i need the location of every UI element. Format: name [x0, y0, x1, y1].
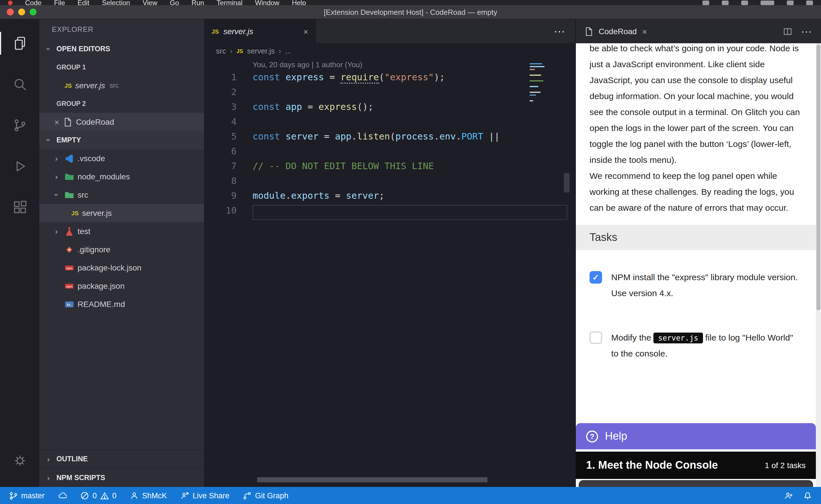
live-share-button[interactable]: Live Share	[181, 491, 230, 500]
group-label: GROUP 2	[56, 100, 86, 107]
task-checkbox[interactable]	[589, 271, 602, 284]
svg-text:M↓: M↓	[67, 302, 72, 307]
outline-section[interactable]: OUTLINE	[39, 449, 204, 468]
horizontal-scrollbar[interactable]	[257, 477, 487, 482]
tree-label: src	[77, 190, 88, 199]
lesson-footer[interactable]: 1. Meet the Node Console 1 of 2 tasks	[576, 452, 816, 479]
zoom-window-button[interactable]	[30, 9, 36, 15]
chevron-right-icon	[44, 454, 53, 464]
panel-scrollbar[interactable]	[816, 43, 821, 487]
editor-scrollbar-thumb[interactable]	[564, 173, 569, 192]
menu-view[interactable]: View	[142, 0, 157, 5]
open-editor-coderoad[interactable]: CodeRoad	[39, 113, 204, 131]
help-button[interactable]: Help	[576, 423, 816, 449]
tree-item-serverjs[interactable]: server.js	[39, 204, 204, 222]
git-branch-status[interactable]: master	[9, 491, 45, 500]
git-graph-icon	[243, 491, 252, 500]
tree-item-package-json[interactable]: npm package.json	[39, 277, 204, 295]
extensions-icon[interactable]	[0, 187, 39, 228]
cloud-icon	[58, 491, 67, 500]
breadcrumb-file[interactable]: server.js	[247, 46, 275, 55]
menubar-status-icon	[703, 0, 709, 5]
error-icon	[81, 491, 89, 500]
invite-person-icon[interactable]	[785, 491, 793, 500]
menubar-battery-icon	[761, 0, 774, 5]
tree-label: README.md	[77, 300, 125, 309]
close-tab-icon[interactable]	[642, 26, 647, 36]
tree-item-vscode[interactable]: .vscode	[39, 149, 204, 167]
task-item: NPM install the "express" library module…	[589, 269, 802, 301]
tree-item-readme[interactable]: M↓ README.md	[39, 295, 204, 313]
js-icon	[236, 48, 243, 54]
menu-help[interactable]: Help	[292, 0, 306, 5]
gitlens-blame-lens[interactable]: You, 20 days ago | 1 author (You)	[205, 58, 575, 72]
menu-edit[interactable]: Edit	[77, 0, 89, 5]
git-graph-button[interactable]: Git Graph	[243, 491, 289, 500]
menu-file[interactable]: File	[54, 0, 65, 5]
tab-serverjs[interactable]: server.js	[205, 19, 316, 43]
open-editor-serverjs[interactable]: server.js src	[39, 76, 204, 95]
menu-code[interactable]: Code	[25, 0, 41, 5]
close-tab-icon[interactable]	[303, 26, 309, 36]
window-controls	[7, 9, 36, 15]
breadcrumb-src[interactable]: src	[216, 46, 226, 55]
editor-tabbar: server.js	[205, 19, 575, 43]
menu-window[interactable]: Window	[255, 0, 279, 5]
tree-item-gitignore[interactable]: .gitignore	[39, 240, 204, 259]
question-icon	[586, 430, 598, 442]
menu-run[interactable]: Run	[191, 0, 204, 5]
account-name: ShMcK	[142, 491, 167, 500]
titlebar: [Extension Development Host] - CodeRoad …	[0, 5, 821, 19]
menubar-status-icon	[722, 0, 729, 5]
tab-label: server.js	[224, 27, 254, 36]
file-name: CodeRoad	[76, 117, 114, 126]
explorer-icon[interactable]	[0, 23, 39, 64]
split-editor-icon[interactable]	[783, 27, 792, 36]
tree-item-test[interactable]: test	[39, 222, 204, 240]
chevron-down-icon	[44, 44, 53, 54]
open-editors-header[interactable]: OPEN EDITORS	[39, 40, 204, 58]
menu-terminal[interactable]: Terminal	[217, 0, 243, 5]
tab-label: CodeRoad	[598, 27, 637, 36]
run-debug-icon[interactable]	[0, 146, 39, 187]
minimap[interactable]	[530, 62, 549, 103]
panel-scrollbar-thumb[interactable]	[816, 44, 820, 311]
tree-item-src[interactable]: src	[39, 186, 204, 204]
person-icon	[130, 491, 139, 500]
task-checkbox[interactable]	[589, 331, 602, 344]
workspace-label: EMPTY	[56, 136, 81, 144]
app-icon[interactable]	[8, 0, 13, 5]
npm-scripts-section[interactable]: NPM SCRIPTS	[39, 468, 204, 487]
tree-item-node-modules[interactable]: node_modules	[39, 167, 204, 186]
source-control-icon[interactable]	[0, 105, 39, 146]
menu-go[interactable]: Go	[170, 0, 179, 5]
task-item: Modify the server.js file to log "Hello …	[589, 330, 802, 362]
close-icon[interactable]	[54, 117, 59, 126]
notifications-bell-icon[interactable]	[803, 491, 812, 500]
settings-gear-icon[interactable]	[0, 440, 39, 481]
chevron-right-icon	[52, 227, 61, 236]
vscode-window: Code File Edit Selection View Go Run Ter…	[0, 0, 821, 504]
collapsed-next-section[interactable]	[579, 480, 813, 487]
tree-item-package-lock[interactable]: npm package-lock.json	[39, 259, 204, 277]
js-icon	[212, 28, 219, 35]
open-editors-label: OPEN EDITORS	[56, 45, 110, 53]
search-icon[interactable]	[0, 64, 39, 105]
sync-status[interactable]	[58, 491, 67, 500]
more-actions-icon[interactable]	[801, 25, 812, 38]
workspace-root[interactable]: EMPTY	[39, 131, 204, 149]
menu-selection[interactable]: Selection	[102, 0, 130, 5]
account-status[interactable]: ShMcK	[130, 491, 167, 500]
chevron-right-icon	[279, 46, 281, 55]
sidebar-title: EXPLORER	[39, 19, 204, 40]
code-lines[interactable]: 1const express = require("express");23co…	[205, 72, 575, 220]
close-window-button[interactable]	[7, 9, 14, 15]
tab-coderoad[interactable]: CodeRoad	[576, 19, 655, 43]
breadcrumb-symbol[interactable]: ...	[285, 46, 291, 55]
tree-label: .gitignore	[77, 245, 110, 254]
outline-label: OUTLINE	[56, 455, 88, 463]
minimize-window-button[interactable]	[18, 9, 25, 15]
problems-status[interactable]: 0 0	[81, 491, 116, 500]
live-share-label: Live Share	[193, 491, 230, 500]
more-actions-icon[interactable]	[553, 19, 575, 43]
